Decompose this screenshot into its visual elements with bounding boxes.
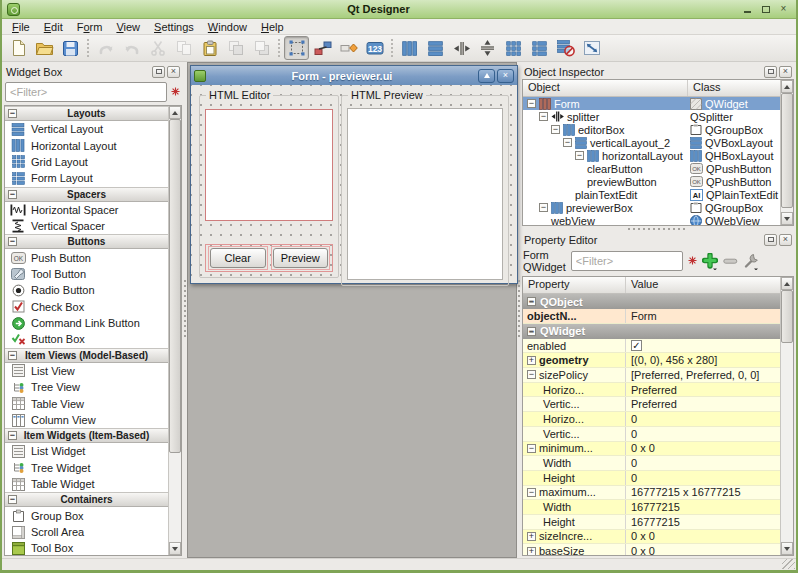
- widget-item-tree-view[interactable]: Tree View: [5, 379, 168, 395]
- dock-splitter-right[interactable]: [517, 62, 521, 558]
- close-panel-button[interactable]: ×: [167, 66, 180, 78]
- property-row-maximum[interactable]: −maximum...16777215 x 16777215: [523, 486, 780, 501]
- widget-item-vertical-spacer[interactable]: Vertical Spacer: [5, 218, 168, 234]
- widget-item-list-view[interactable]: List View: [5, 363, 168, 379]
- property-row-height[interactable]: Height0: [523, 471, 780, 486]
- layout-vertically-button[interactable]: [423, 36, 448, 60]
- property-row-enabled[interactable]: enabled✓: [523, 339, 780, 354]
- property-value-cell[interactable]: 0: [626, 427, 780, 441]
- expand-toggle-icon[interactable]: −: [527, 297, 536, 306]
- property-row-vertic[interactable]: Vertic...0: [523, 427, 780, 442]
- widget-filter-input[interactable]: [5, 82, 167, 102]
- maximize-button[interactable]: [758, 3, 773, 16]
- tree-row-form[interactable]: −FormQWidget: [523, 97, 780, 110]
- column-header-value[interactable]: Value: [626, 277, 793, 293]
- column-header-property[interactable]: Property: [523, 277, 626, 293]
- expand-toggle-icon[interactable]: −: [575, 151, 584, 160]
- tree-row-horizontallayout[interactable]: −horizontalLayoutQHBoxLayout: [523, 149, 780, 162]
- expand-toggle-icon[interactable]: −: [539, 203, 548, 212]
- property-editor-scrollbar[interactable]: [780, 277, 793, 555]
- expand-toggle-icon[interactable]: −: [539, 112, 548, 121]
- property-row-horizo[interactable]: Horizo...0: [523, 412, 780, 427]
- float-panel-button[interactable]: [764, 234, 777, 246]
- tree-row-plaintextedit[interactable]: plainTextEditAIQPlainTextEdit: [523, 188, 780, 201]
- menu-form[interactable]: Form: [70, 20, 110, 34]
- layout-grid-button[interactable]: [501, 36, 526, 60]
- widget-item-tree-widget[interactable]: Tree Widget: [5, 460, 168, 476]
- property-filter-input[interactable]: [571, 251, 683, 271]
- tree-row-verticallayout-2[interactable]: −verticalLayout_2QVBoxLayout: [523, 136, 780, 149]
- tree-row-webview[interactable]: webViewQWebView: [523, 214, 780, 225]
- property-value-cell[interactable]: Form: [626, 309, 780, 323]
- open-form-button[interactable]: [32, 36, 57, 60]
- cut-button[interactable]: [145, 36, 170, 60]
- scroll-track[interactable]: [169, 119, 181, 542]
- expand-toggle-icon[interactable]: +: [527, 547, 536, 555]
- tree-row-previewerbox[interactable]: −previewerBoxQGroupBox: [523, 201, 780, 214]
- layout-form-button[interactable]: [527, 36, 552, 60]
- titlebar[interactable]: Qt Designer ×: [2, 0, 796, 19]
- add-dynamic-property-button[interactable]: [702, 253, 718, 270]
- adjust-size-button[interactable]: [579, 36, 604, 60]
- remove-dynamic-property-button[interactable]: [723, 257, 738, 266]
- property-value-cell[interactable]: Preferred: [626, 383, 780, 397]
- property-value-cell[interactable]: 0: [626, 456, 780, 470]
- scroll-down-button[interactable]: [781, 212, 793, 225]
- redo-button[interactable]: [119, 36, 144, 60]
- edit-widgets-mode-button[interactable]: [284, 36, 309, 60]
- section-header-item-views-model-based[interactable]: −Item Views (Model-Based): [5, 348, 168, 363]
- menu-view[interactable]: View: [109, 20, 147, 34]
- section-header-item-widgets-item-based[interactable]: −Item Widgets (Item-Based): [5, 428, 168, 443]
- widget-box-scrollbar[interactable]: [168, 106, 181, 555]
- filter-clear-icon[interactable]: [171, 86, 180, 98]
- scroll-thumb[interactable]: [169, 119, 181, 453]
- expand-toggle-icon[interactable]: −: [527, 327, 536, 336]
- html-preview-groupbox[interactable]: HTML Preview: [341, 95, 509, 286]
- widget-item-form-layout[interactable]: Form Layout: [5, 170, 168, 186]
- expand-toggle-icon[interactable]: −: [8, 351, 17, 360]
- widget-item-table-view[interactable]: Table View: [5, 395, 168, 411]
- menu-window[interactable]: Window: [201, 20, 254, 34]
- scroll-down-button[interactable]: [781, 542, 793, 555]
- expand-toggle-icon[interactable]: −: [8, 190, 17, 199]
- expand-toggle-icon[interactable]: +: [527, 356, 536, 365]
- undo-button[interactable]: [93, 36, 118, 60]
- inspector-property-splitter[interactable]: [522, 226, 794, 232]
- widget-item-check-box[interactable]: Check Box: [5, 299, 168, 315]
- property-value-cell[interactable]: [Preferred, Preferred, 0, 0]: [626, 368, 780, 382]
- preview-button[interactable]: Preview: [273, 248, 329, 268]
- expand-toggle-icon[interactable]: −: [527, 444, 536, 453]
- widget-item-group-box[interactable]: Group Box: [5, 507, 168, 523]
- new-form-button[interactable]: [6, 36, 31, 60]
- layout-horizontally-button[interactable]: [397, 36, 422, 60]
- form-window-titlebar[interactable]: Form - previewer.ui ×: [191, 66, 517, 85]
- property-value-cell[interactable]: 0 x 0: [626, 530, 780, 544]
- property-row-width[interactable]: Width0: [523, 456, 780, 471]
- save-form-button[interactable]: [58, 36, 83, 60]
- form-designer-window[interactable]: Form - previewer.ui × HTML Editor Clear …: [190, 65, 518, 284]
- widget-item-button-box[interactable]: Button Box: [5, 331, 168, 347]
- widget-item-grid-layout[interactable]: Grid Layout: [5, 154, 168, 170]
- web-view[interactable]: [347, 108, 503, 280]
- close-panel-button[interactable]: ×: [779, 234, 792, 246]
- section-header-containers[interactable]: −Containers: [5, 492, 168, 507]
- edit-buddies-mode-button[interactable]: [336, 36, 361, 60]
- lower-button[interactable]: [223, 36, 248, 60]
- property-row-sizeincre[interactable]: +sizeIncre...0 x 0: [523, 530, 780, 545]
- tree-row-clearbutton[interactable]: clearButtonOKQPushButton: [523, 162, 780, 175]
- column-header-object[interactable]: Object: [523, 80, 688, 96]
- expand-toggle-icon[interactable]: +: [527, 532, 536, 541]
- expand-toggle-icon[interactable]: −: [527, 488, 536, 497]
- property-editor-columns[interactable]: Property Value: [523, 277, 793, 294]
- menu-edit[interactable]: Edit: [37, 20, 70, 34]
- section-header-buttons[interactable]: −Buttons: [5, 234, 168, 249]
- property-row-minimum[interactable]: −minimum...0 x 0: [523, 442, 780, 457]
- expand-toggle-icon[interactable]: −: [551, 125, 560, 134]
- expand-toggle-icon[interactable]: −: [8, 109, 17, 118]
- property-value-cell[interactable]: 16777215 x 16777215: [626, 486, 780, 500]
- float-panel-button[interactable]: [152, 66, 165, 78]
- minimize-button[interactable]: [740, 3, 755, 16]
- raise-button[interactable]: [249, 36, 274, 60]
- paste-button[interactable]: [197, 36, 222, 60]
- widget-item-tool-box[interactable]: Tool Box: [5, 540, 168, 555]
